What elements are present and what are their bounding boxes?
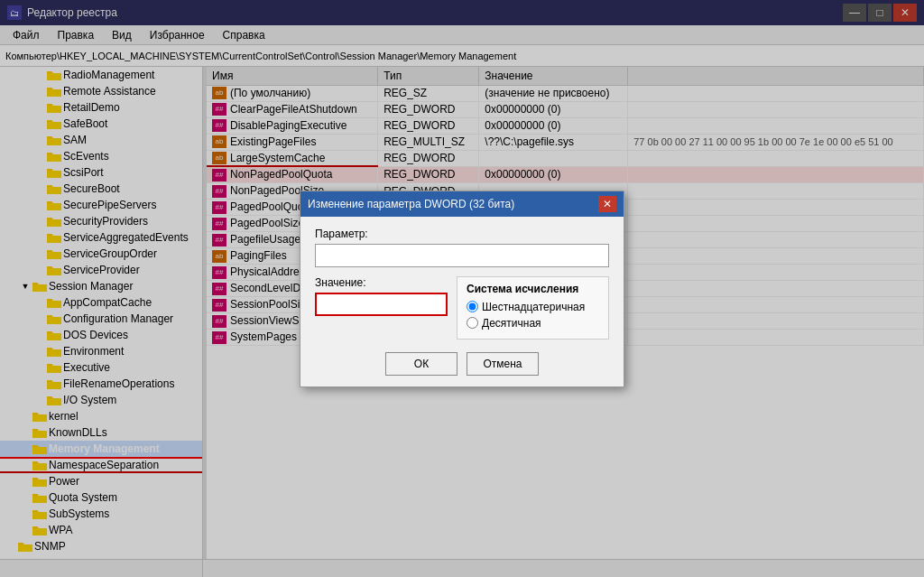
modal-buttons: ОК Отмена bbox=[315, 352, 609, 376]
modal-title: Изменение параметра DWORD (32 бита) bbox=[308, 198, 598, 210]
modal-close-button[interactable]: ✕ bbox=[598, 196, 616, 212]
radio-dec-label: Десятичная bbox=[482, 317, 541, 330]
modal-overlay: Изменение параметра DWORD (32 бита) ✕ Па… bbox=[0, 0, 924, 577]
radio-hex-row: Шестнадцатеричная bbox=[467, 301, 599, 313]
modal-dialog: Изменение параметра DWORD (32 бита) ✕ Па… bbox=[300, 191, 624, 387]
radio-hex[interactable] bbox=[467, 301, 478, 312]
cancel-button[interactable]: Отмена bbox=[467, 352, 539, 376]
param-label: Параметр: bbox=[315, 228, 609, 240]
param-input[interactable] bbox=[315, 244, 609, 267]
radio-hex-label: Шестнадцатеричная bbox=[482, 301, 585, 313]
ok-button[interactable]: ОК bbox=[385, 352, 457, 376]
value-input[interactable] bbox=[315, 293, 448, 316]
value-section: Значение: bbox=[315, 276, 448, 316]
radios-title: Система исчисления bbox=[467, 283, 599, 295]
radio-dec-row: Десятичная bbox=[467, 317, 599, 330]
modal-body: Параметр: Значение: Система исчисления Ш… bbox=[300, 217, 624, 386]
value-label: Значение: bbox=[315, 276, 448, 289]
radio-section: Система исчисления Шестнадцатеричная Дес… bbox=[457, 276, 609, 340]
radio-dec[interactable] bbox=[467, 317, 478, 329]
modal-row: Значение: Система исчисления Шестнадцате… bbox=[315, 276, 609, 340]
modal-title-bar: Изменение параметра DWORD (32 бита) ✕ bbox=[300, 191, 624, 217]
